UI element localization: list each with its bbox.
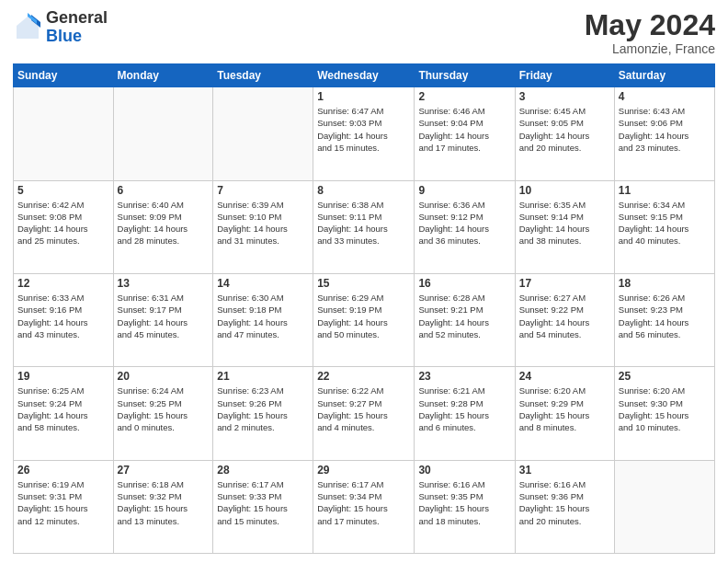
table-row: 13Sunrise: 6:31 AM Sunset: 9:17 PM Dayli…	[113, 273, 213, 366]
table-row: 31Sunrise: 6:16 AM Sunset: 9:36 PM Dayli…	[515, 460, 614, 553]
day-info: Sunrise: 6:19 AM Sunset: 9:31 PM Dayligh…	[17, 478, 109, 527]
table-row: 28Sunrise: 6:17 AM Sunset: 9:33 PM Dayli…	[213, 460, 313, 553]
day-info: Sunrise: 6:40 AM Sunset: 9:09 PM Dayligh…	[118, 199, 210, 247]
day-number: 23	[418, 370, 510, 383]
table-row: 29Sunrise: 6:17 AM Sunset: 9:34 PM Dayli…	[313, 460, 415, 553]
page: General Blue May 2024 Lamonzie, France S…	[0, 0, 728, 563]
title-section: May 2024 Lamonzie, France	[585, 9, 715, 56]
day-number: 29	[317, 464, 410, 477]
table-row: 27Sunrise: 6:18 AM Sunset: 9:32 PM Dayli…	[113, 460, 213, 553]
day-info: Sunrise: 6:28 AM Sunset: 9:21 PM Dayligh…	[418, 292, 510, 340]
table-row: 11Sunrise: 6:34 AM Sunset: 9:15 PM Dayli…	[614, 180, 714, 273]
day-info: Sunrise: 6:30 AM Sunset: 9:18 PM Dayligh…	[217, 292, 309, 340]
table-row: 14Sunrise: 6:30 AM Sunset: 9:18 PM Dayli…	[213, 273, 313, 366]
table-row: 10Sunrise: 6:35 AM Sunset: 9:14 PM Dayli…	[515, 180, 614, 273]
table-row: 30Sunrise: 6:16 AM Sunset: 9:35 PM Dayli…	[415, 460, 515, 553]
day-info: Sunrise: 6:21 AM Sunset: 9:28 PM Dayligh…	[418, 385, 510, 433]
day-number: 17	[519, 277, 610, 290]
day-number: 31	[519, 464, 610, 477]
table-row: 1Sunrise: 6:47 AM Sunset: 9:03 PM Daylig…	[313, 87, 415, 180]
day-info: Sunrise: 6:45 AM Sunset: 9:05 PM Dayligh…	[519, 105, 610, 154]
day-info: Sunrise: 6:23 AM Sunset: 9:26 PM Dayligh…	[217, 385, 309, 433]
day-number: 3	[519, 90, 610, 103]
day-info: Sunrise: 6:16 AM Sunset: 9:36 PM Dayligh…	[519, 478, 610, 527]
header: General Blue May 2024 Lamonzie, France	[13, 9, 715, 56]
logo-general: General	[46, 9, 108, 28]
table-row: 23Sunrise: 6:21 AM Sunset: 9:28 PM Dayli…	[415, 367, 515, 460]
day-info: Sunrise: 6:35 AM Sunset: 9:14 PM Dayligh…	[519, 199, 610, 247]
calendar-week-5: 26Sunrise: 6:19 AM Sunset: 9:31 PM Dayli…	[14, 460, 715, 553]
day-info: Sunrise: 6:47 AM Sunset: 9:03 PM Dayligh…	[317, 105, 410, 154]
logo: General Blue	[13, 9, 108, 46]
table-row: 17Sunrise: 6:27 AM Sunset: 9:22 PM Dayli…	[515, 273, 614, 366]
day-number: 22	[317, 370, 410, 383]
day-number: 4	[619, 90, 711, 103]
calendar-week-2: 5Sunrise: 6:42 AM Sunset: 9:08 PM Daylig…	[14, 180, 715, 273]
day-number: 2	[418, 90, 510, 103]
month-title: May 2024	[585, 9, 715, 41]
day-number: 27	[118, 464, 210, 477]
location: Lamonzie, France	[585, 41, 715, 56]
day-number: 5	[17, 184, 109, 197]
header-tuesday: Tuesday	[213, 64, 313, 87]
calendar-week-1: 1Sunrise: 6:47 AM Sunset: 9:03 PM Daylig…	[14, 87, 715, 180]
logo-blue: Blue	[46, 28, 108, 46]
day-number: 16	[418, 277, 510, 290]
day-info: Sunrise: 6:36 AM Sunset: 9:12 PM Dayligh…	[418, 199, 510, 247]
day-number: 1	[317, 90, 410, 103]
header-sunday: Sunday	[14, 64, 114, 87]
header-friday: Friday	[515, 64, 614, 87]
day-number: 15	[317, 277, 410, 290]
table-row: 7Sunrise: 6:39 AM Sunset: 9:10 PM Daylig…	[213, 180, 313, 273]
calendar-header-row: Sunday Monday Tuesday Wednesday Thursday…	[14, 64, 715, 87]
day-info: Sunrise: 6:18 AM Sunset: 9:32 PM Dayligh…	[118, 478, 210, 527]
table-row: 15Sunrise: 6:29 AM Sunset: 9:19 PM Dayli…	[313, 273, 415, 366]
table-row	[14, 87, 114, 180]
calendar-week-3: 12Sunrise: 6:33 AM Sunset: 9:16 PM Dayli…	[14, 273, 715, 366]
table-row: 2Sunrise: 6:46 AM Sunset: 9:04 PM Daylig…	[415, 87, 515, 180]
table-row: 20Sunrise: 6:24 AM Sunset: 9:25 PM Dayli…	[113, 367, 213, 460]
day-info: Sunrise: 6:20 AM Sunset: 9:29 PM Dayligh…	[519, 385, 610, 433]
day-info: Sunrise: 6:42 AM Sunset: 9:08 PM Dayligh…	[17, 199, 109, 247]
table-row: 24Sunrise: 6:20 AM Sunset: 9:29 PM Dayli…	[515, 367, 614, 460]
day-number: 11	[619, 184, 711, 197]
day-info: Sunrise: 6:17 AM Sunset: 9:33 PM Dayligh…	[217, 478, 309, 527]
table-row: 12Sunrise: 6:33 AM Sunset: 9:16 PM Dayli…	[14, 273, 114, 366]
header-wednesday: Wednesday	[313, 64, 415, 87]
table-row	[213, 87, 313, 180]
day-number: 21	[217, 370, 309, 383]
day-number: 24	[519, 370, 610, 383]
day-info: Sunrise: 6:25 AM Sunset: 9:24 PM Dayligh…	[17, 385, 109, 433]
calendar-week-4: 19Sunrise: 6:25 AM Sunset: 9:24 PM Dayli…	[14, 367, 715, 460]
day-info: Sunrise: 6:29 AM Sunset: 9:19 PM Dayligh…	[317, 292, 410, 340]
logo-text: General Blue	[46, 9, 108, 46]
day-number: 26	[17, 464, 109, 477]
day-number: 12	[17, 277, 109, 290]
table-row: 25Sunrise: 6:20 AM Sunset: 9:30 PM Dayli…	[614, 367, 714, 460]
day-info: Sunrise: 6:38 AM Sunset: 9:11 PM Dayligh…	[317, 199, 410, 247]
day-info: Sunrise: 6:39 AM Sunset: 9:10 PM Dayligh…	[217, 199, 309, 247]
table-row: 5Sunrise: 6:42 AM Sunset: 9:08 PM Daylig…	[14, 180, 114, 273]
day-number: 8	[317, 184, 410, 197]
day-info: Sunrise: 6:22 AM Sunset: 9:27 PM Dayligh…	[317, 385, 410, 433]
day-number: 18	[619, 277, 711, 290]
table-row: 3Sunrise: 6:45 AM Sunset: 9:05 PM Daylig…	[515, 87, 614, 180]
day-info: Sunrise: 6:20 AM Sunset: 9:30 PM Dayligh…	[619, 385, 711, 433]
day-info: Sunrise: 6:43 AM Sunset: 9:06 PM Dayligh…	[619, 105, 711, 154]
table-row	[614, 460, 714, 553]
day-info: Sunrise: 6:34 AM Sunset: 9:15 PM Dayligh…	[619, 199, 711, 247]
day-number: 6	[118, 184, 210, 197]
day-number: 25	[619, 370, 711, 383]
table-row: 19Sunrise: 6:25 AM Sunset: 9:24 PM Dayli…	[14, 367, 114, 460]
calendar-table: Sunday Monday Tuesday Wednesday Thursday…	[13, 63, 715, 554]
day-info: Sunrise: 6:31 AM Sunset: 9:17 PM Dayligh…	[118, 292, 210, 340]
day-number: 14	[217, 277, 309, 290]
table-row: 18Sunrise: 6:26 AM Sunset: 9:23 PM Dayli…	[614, 273, 714, 366]
table-row	[113, 87, 213, 180]
day-info: Sunrise: 6:27 AM Sunset: 9:22 PM Dayligh…	[519, 292, 610, 340]
table-row: 4Sunrise: 6:43 AM Sunset: 9:06 PM Daylig…	[614, 87, 714, 180]
day-info: Sunrise: 6:46 AM Sunset: 9:04 PM Dayligh…	[418, 105, 510, 154]
table-row: 8Sunrise: 6:38 AM Sunset: 9:11 PM Daylig…	[313, 180, 415, 273]
day-info: Sunrise: 6:33 AM Sunset: 9:16 PM Dayligh…	[17, 292, 109, 340]
table-row: 21Sunrise: 6:23 AM Sunset: 9:26 PM Dayli…	[213, 367, 313, 460]
